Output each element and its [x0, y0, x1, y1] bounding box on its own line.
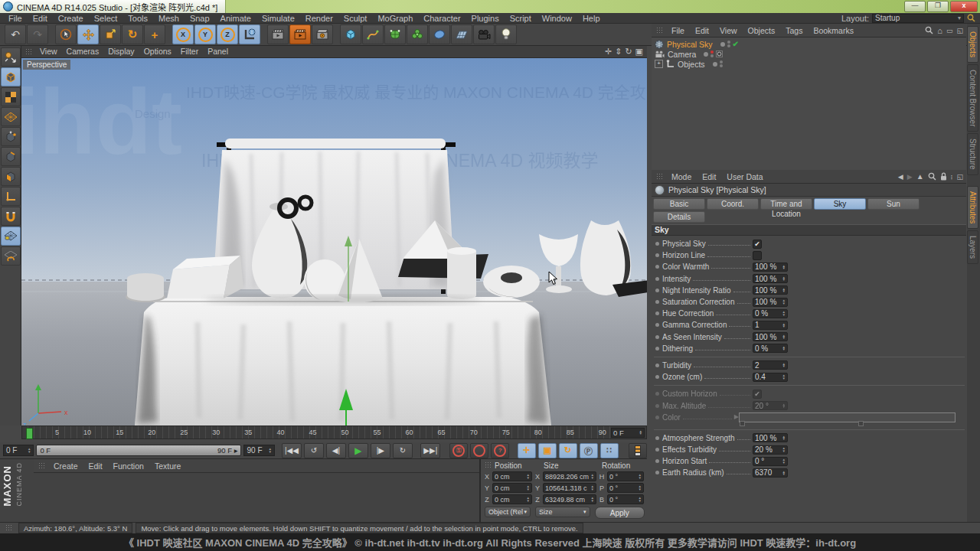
- viewport-camera-label[interactable]: Perspective: [23, 60, 70, 70]
- size-mode-dropdown[interactable]: Size▾: [535, 507, 590, 517]
- last-tool-button[interactable]: +: [144, 24, 165, 44]
- dock-tab[interactable]: Attributes: [967, 186, 978, 229]
- lock-x-axis-button[interactable]: X: [172, 24, 194, 44]
- object-manager-menu-item[interactable]: File: [666, 26, 690, 35]
- layer-dot[interactable]: [713, 62, 717, 67]
- attribute-tab[interactable]: Basic: [653, 198, 705, 210]
- texture-mode-button[interactable]: [1, 87, 21, 106]
- history-forward-icon[interactable]: ▶: [907, 173, 913, 181]
- menu-item[interactable]: Window: [537, 14, 577, 23]
- visibility-dots[interactable]: [727, 41, 730, 47]
- enable-axis-button[interactable]: [1, 187, 21, 206]
- start-frame-field[interactable]: 0 F▲▼: [3, 445, 34, 456]
- key-position-toggle[interactable]: ✛: [518, 443, 536, 458]
- camera-tag-icon[interactable]: [716, 51, 723, 57]
- visibility-dots[interactable]: [710, 51, 714, 57]
- render-settings-button[interactable]: [312, 24, 333, 44]
- turbidity-field[interactable]: 2▲▼: [753, 360, 788, 370]
- add-cube-button[interactable]: [340, 24, 361, 44]
- key-parameter-toggle[interactable]: Ⓟ: [580, 443, 598, 458]
- menu-item[interactable]: Character: [418, 14, 466, 23]
- workplane-align-button[interactable]: [1, 246, 21, 266]
- lock-z-axis-button[interactable]: Z: [217, 24, 238, 44]
- ozone-field[interactable]: 0.4▲▼: [753, 373, 788, 382]
- move-tool-button[interactable]: [77, 24, 99, 44]
- viewport-canvas[interactable]: ihdt IHDT映速-CG学院 最权威 最专业的 MAXON CINEMA 4…: [21, 58, 647, 425]
- attribute-tab[interactable]: Sky: [814, 198, 866, 210]
- menu-item[interactable]: Snap: [185, 14, 215, 23]
- object-manager-menu-item[interactable]: View: [714, 26, 743, 35]
- add-floor-button[interactable]: [451, 24, 472, 44]
- current-frame-marker[interactable]: [26, 428, 33, 439]
- hue-correction-field[interactable]: 0 %▲▼: [753, 309, 788, 318]
- effects-turbidity-field[interactable]: 20 %▲▼: [753, 445, 788, 455]
- keyframe-selection-button[interactable]: ?: [491, 443, 509, 458]
- dock-tab[interactable]: Layers: [967, 230, 978, 264]
- object-row-physical-sky[interactable]: Physical Sky ✔: [652, 39, 966, 49]
- enabled-check-icon[interactable]: ✔: [733, 40, 739, 48]
- render-picture-viewer-button[interactable]: [289, 24, 311, 44]
- layer-dot[interactable]: [704, 52, 708, 57]
- menu-item[interactable]: Render: [300, 14, 338, 23]
- attribute-tab[interactable]: Coord.: [707, 198, 759, 210]
- layout-dropdown[interactable]: Startup▾: [872, 14, 964, 23]
- viewport-zoom-icon[interactable]: ⇕: [615, 47, 622, 57]
- dock-tab[interactable]: Structure: [967, 133, 978, 175]
- size-y-field[interactable]: 105641.318 c▲▼: [543, 483, 596, 493]
- menu-item[interactable]: Edit: [28, 14, 53, 23]
- render-view-button[interactable]: [267, 24, 289, 44]
- viewport-rotate-icon[interactable]: ↻: [625, 47, 632, 57]
- panel-grip[interactable]: [5, 524, 13, 532]
- play-button[interactable]: ▶: [348, 443, 368, 458]
- saturation-correction-field[interactable]: 100 %▲▼: [753, 298, 788, 307]
- timeline-ruler[interactable]: 051015202530354045505560657075808590 0 F…: [21, 425, 647, 439]
- earth-radius-field[interactable]: 6370▲▼: [753, 468, 788, 478]
- panel-layout-icon[interactable]: ◱: [956, 173, 963, 181]
- pin-icon[interactable]: ▲: [916, 172, 924, 181]
- layer-dot[interactable]: [720, 42, 725, 47]
- lock-y-axis-button[interactable]: Y: [194, 24, 216, 44]
- expand-icon[interactable]: +: [655, 60, 663, 68]
- material-menu-item[interactable]: Function: [108, 461, 149, 471]
- material-menu-item[interactable]: Edit: [83, 461, 108, 471]
- convert-selection-button[interactable]: [1, 47, 21, 67]
- menu-item[interactable]: File: [3, 14, 28, 23]
- apply-button[interactable]: Apply: [595, 507, 645, 519]
- horizon-start-field[interactable]: 0 °▲▼: [753, 457, 788, 466]
- keyframe-presets-button[interactable]: [629, 443, 647, 458]
- dithering-field[interactable]: 0 %▲▼: [753, 344, 788, 353]
- viewport-menu-item[interactable]: Filter: [176, 47, 203, 56]
- viewport-toggle-icon[interactable]: ▣: [635, 47, 643, 57]
- home-icon[interactable]: ⌂: [937, 26, 942, 35]
- search-icon[interactable]: [925, 26, 933, 34]
- intensity-field[interactable]: 100 %▲▼: [753, 274, 788, 283]
- edges-mode-button[interactable]: [1, 147, 21, 166]
- menu-item[interactable]: Tools: [122, 14, 153, 23]
- rotate-tool-button[interactable]: ↻: [122, 24, 143, 44]
- attribute-menu-item[interactable]: Edit: [697, 172, 721, 181]
- menu-item[interactable]: Sculpt: [338, 14, 373, 23]
- menu-item[interactable]: Create: [53, 14, 89, 23]
- workplane-lock-button[interactable]: [1, 227, 21, 246]
- attribute-tab[interactable]: Time and Location: [760, 198, 812, 210]
- lock-icon[interactable]: [940, 172, 947, 181]
- loop-button[interactable]: ↻: [393, 443, 413, 458]
- rotation-p-field[interactable]: 0 °▲▼: [607, 483, 644, 493]
- menu-item[interactable]: Simulate: [256, 14, 300, 23]
- custom-horizon-checkbox[interactable]: ✔: [753, 390, 762, 399]
- attribute-tab[interactable]: Sun: [867, 198, 920, 210]
- redo-button[interactable]: ↷: [27, 24, 48, 44]
- viewport-menu-item[interactable]: Cameras: [62, 47, 104, 56]
- history-back-icon[interactable]: ◀: [898, 173, 903, 181]
- position-x-field[interactable]: 0 cm▲▼: [492, 471, 532, 481]
- add-light-button[interactable]: [495, 24, 517, 44]
- menu-item[interactable]: MoGraph: [372, 14, 418, 23]
- key-scale-toggle[interactable]: ▣: [538, 443, 557, 458]
- search-icon[interactable]: [967, 14, 975, 22]
- viewport-menu-item[interactable]: View: [35, 47, 62, 56]
- panel-grip[interactable]: [485, 461, 492, 469]
- object-manager-menu-item[interactable]: Objects: [743, 26, 781, 35]
- dock-tab[interactable]: Content Browser: [967, 64, 978, 132]
- menu-item[interactable]: Help: [577, 14, 606, 23]
- object-row-objects-null[interactable]: + Objects: [652, 59, 966, 69]
